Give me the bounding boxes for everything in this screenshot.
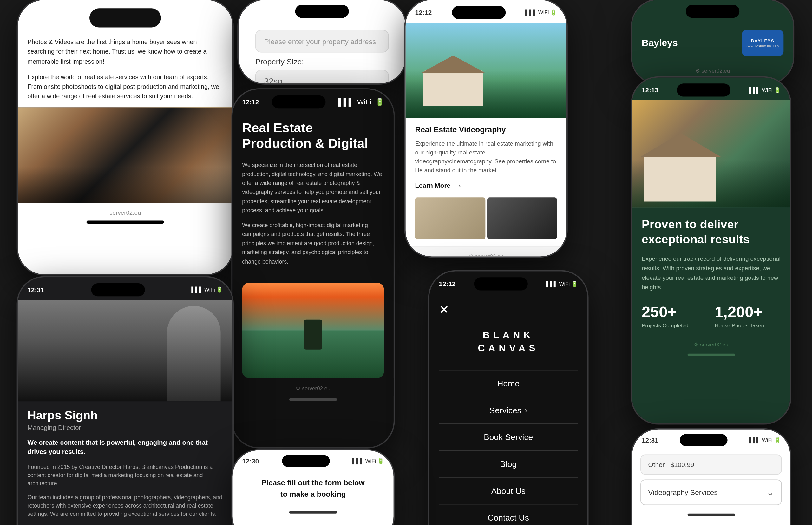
menu-item-blog[interactable]: Blog bbox=[439, 450, 578, 477]
phone1-interior-image bbox=[18, 107, 232, 203]
phone1-para1: Photos & Videos are the first things a h… bbox=[27, 37, 223, 66]
phone3-para1: We specialize in the intersection of rea… bbox=[242, 160, 384, 214]
phone1-para2: Explore the world of real estate service… bbox=[27, 72, 223, 101]
phone4-learn-more[interactable]: Learn More bbox=[415, 182, 450, 189]
phone3-server: server02.eu bbox=[302, 385, 330, 391]
menu-close-icon[interactable]: ✕ bbox=[439, 302, 578, 317]
phone6-para3: Our team showcases a high standard of sk… bbox=[27, 523, 223, 525]
property-size-label: Property Size: bbox=[255, 57, 389, 66]
phone8-body: Experience our track record of deliverin… bbox=[642, 254, 781, 292]
menu-item-book-service[interactable]: Book Service bbox=[439, 423, 578, 450]
phone6-tagline: We create content that is powerful, enga… bbox=[27, 438, 223, 457]
stat-photos: 1,200+ House Photos Taken bbox=[715, 303, 781, 329]
phone6-role: Managing Director bbox=[27, 424, 223, 431]
phone10-time: 12:31 bbox=[642, 436, 659, 444]
phone5-brand: Bayleys bbox=[642, 38, 678, 48]
stat1-label: Projects Completed bbox=[642, 322, 708, 329]
phone-6: 12:31 ▌▌▌ WiFi 🔋 Harps Signh Managing Di… bbox=[18, 277, 232, 525]
background: Photos & Videos are the first things a h… bbox=[0, 0, 812, 525]
phone5-server: server02.eu bbox=[702, 68, 730, 74]
phone-2: Please enter your property address Prope… bbox=[239, 0, 405, 84]
service-dropdown[interactable]: Videography Services ⌄ bbox=[641, 480, 782, 505]
phone9-title: Please fill out the form belowto make a … bbox=[242, 478, 384, 500]
stat1-number: 250+ bbox=[642, 303, 708, 321]
menu-item-contact[interactable]: Contact Us bbox=[439, 504, 578, 525]
phone6-para1: Founded in 2015 by Creative Director Har… bbox=[27, 463, 223, 488]
phone8-time: 12:13 bbox=[642, 87, 659, 94]
stat-projects: 250+ Projects Completed bbox=[642, 303, 708, 329]
stat2-label: House Photos Taken bbox=[715, 322, 781, 329]
phone4-section-title: Real Estate Videography bbox=[415, 125, 557, 134]
phone4-server: server02.eu bbox=[475, 253, 503, 256]
phone-1: Photos & Videos are the first things a h… bbox=[18, 0, 232, 274]
phone-7: 12:12 ▌▌▌ WiFi 🔋 ✕ BLANK CANVAS bbox=[430, 271, 587, 525]
phone3-title: Real Estate Production & Digital bbox=[242, 121, 384, 152]
property-size-value: 32sq bbox=[255, 70, 389, 84]
phone8-server: server02.eu bbox=[700, 342, 728, 348]
phone6-name: Harps Signh bbox=[27, 409, 223, 422]
menu-logo-line2: CANVAS bbox=[439, 342, 578, 355]
phone-8: 12:13 ▌▌▌ WiFi 🔋 Proven to deliver excep… bbox=[632, 77, 790, 423]
stat2-number: 1,200+ bbox=[715, 303, 781, 321]
address-placeholder: Please enter your property address bbox=[264, 38, 376, 46]
phone1-server: server02.eu bbox=[109, 209, 141, 216]
phone-4: 12:12 ▌▌▌ WiFi 🔋 Real Estate Videography bbox=[405, 0, 567, 256]
address-input[interactable]: Please enter your property address bbox=[255, 30, 389, 52]
phone3-time: 12:12 bbox=[242, 98, 259, 106]
phone7-time: 12:12 bbox=[439, 281, 456, 288]
menu-logo-line1: BLANK bbox=[439, 329, 578, 342]
phone6-para2: Our team includes a group of professiona… bbox=[27, 493, 223, 518]
phone-9: 12:30 ▌▌▌ WiFi 🔋 Please fill out the for… bbox=[232, 450, 394, 525]
menu-item-home[interactable]: Home bbox=[439, 370, 578, 396]
phone-5: Bayleys BAYLEYS AUCTIONEER BETTER ⚙ serv… bbox=[632, 0, 793, 84]
phone3-para2: We create profitable, high-impact digita… bbox=[242, 221, 384, 266]
phone-3: 12:12 ▌▌▌WiFi🔋 Real Estate Production & … bbox=[232, 89, 394, 447]
phone6-time: 12:31 bbox=[27, 286, 44, 294]
menu-item-about[interactable]: About Us bbox=[439, 477, 578, 504]
phone8-title: Proven to deliver exceptional results bbox=[642, 217, 781, 247]
phone-10: 12:31 ▌▌▌ WiFi 🔋 Other - $100.99 Videogr… bbox=[632, 430, 790, 525]
menu-item-services[interactable]: Services › bbox=[439, 396, 578, 423]
phone4-body: Experience the ultimate in real estate m… bbox=[415, 139, 557, 175]
phone9-time: 12:30 bbox=[242, 457, 259, 465]
phone4-time: 12:12 bbox=[415, 9, 432, 16]
service-option: Other - $100.99 bbox=[641, 454, 782, 475]
